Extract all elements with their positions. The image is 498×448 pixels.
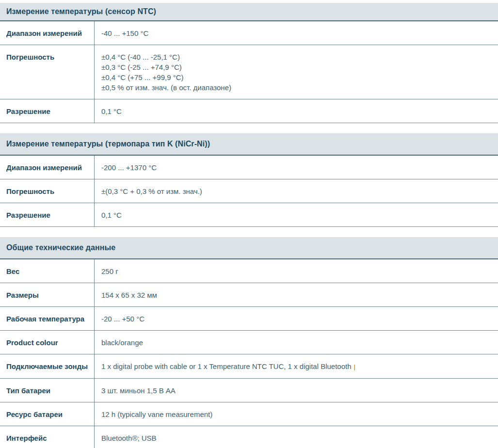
spec-row-battery-type: Тип батареи 3 шт. миньон 1,5 В АА (0, 379, 498, 402)
spec-value: 0,1 °C (94, 99, 498, 123)
spec-value-line: -20 ... +50 °C (101, 314, 492, 324)
spec-row-accuracy: Погрешность ±0,4 °C (-40 ... -25,1 °C) ±… (0, 45, 498, 99)
spec-tables: Измерение температуры (сенсор NTC) Диапа… (0, 0, 498, 448)
section-title: Измерение температуры (сенсор NTC) (6, 7, 156, 16)
spec-value: -40 ... +150 °C (94, 21, 498, 45)
spec-label: Вес (0, 259, 94, 283)
spec-value-line: 154 x 65 x 32 мм (101, 290, 492, 300)
spec-value: Bluetooth®; USB (94, 426, 498, 448)
spec-value-line: Bluetooth®; USB (101, 433, 492, 443)
spec-label: Погрешность (0, 45, 94, 99)
spec-value-line: 250 г (101, 266, 492, 276)
section-title: Измерение температуры (термопара тип K (… (6, 140, 210, 148)
spec-row-product-colour: Product colour black/orange (0, 331, 498, 354)
spec-row-measuring-range: Диапазон измерений -40 ... +150 °C (0, 21, 498, 45)
spec-section-thermocouple-k: Измерение температуры (термопара тип K (… (0, 133, 498, 227)
spec-value-line: -40 ... +150 °C (101, 28, 492, 38)
spec-row-dimensions: Размеры 154 x 65 x 32 мм (0, 283, 498, 307)
spec-value-line: ±(0,3 °C + 0,3 % от изм. знач.) (101, 186, 492, 196)
spec-row-resolution: Разрешение 0,1 °C (0, 99, 498, 123)
spec-label: Ресурс батареи (0, 402, 94, 426)
spec-row-interface: Интерфейс Bluetooth®; USB (0, 426, 498, 448)
spec-value: -200 ... +1370 °C (94, 156, 498, 179)
spec-value-text: 1 x digital probe with cable or 1 x Temp… (101, 362, 352, 370)
spec-value: ±0,4 °C (-40 ... -25,1 °C) ±0,3 °C (-25 … (94, 45, 498, 99)
spec-row-resolution: Разрешение 0,1 °C (0, 203, 498, 227)
spec-row-accuracy: Погрешность ±(0,3 °C + 0,3 % от изм. зна… (0, 179, 498, 203)
spec-label: Тип батареи (0, 379, 94, 402)
spec-row-battery-life: Ресурс батареи 12 h (typically vane meas… (0, 402, 498, 426)
spec-value: 12 h (typically vane measurement) (94, 402, 498, 426)
spec-value: 1 x digital probe with cable or 1 x Temp… (94, 354, 498, 378)
text-cursor-artifact: | (354, 363, 355, 370)
spec-label: Диапазон измерений (0, 156, 94, 179)
spec-label: Размеры (0, 283, 94, 306)
spec-label: Диапазон измерений (0, 21, 94, 45)
spec-row-operating-temperature: Рабочая температура -20 ... +50 °C (0, 307, 498, 331)
spec-value-line: 3 шт. миньон 1,5 В АА (101, 385, 492, 396)
section-header-general: Общие технические данные (0, 237, 498, 259)
spec-section-ntc: Измерение температуры (сенсор NTC) Диапа… (0, 3, 498, 123)
spec-value: 3 шт. миньон 1,5 В АА (94, 379, 498, 402)
spec-value: 250 г (94, 259, 498, 283)
spec-row-weight: Вес 250 г (0, 259, 498, 283)
spec-value: 154 x 65 x 32 мм (94, 283, 498, 306)
spec-value-line: 12 h (typically vane measurement) (101, 409, 492, 419)
spec-label: Product colour (0, 331, 94, 354)
spec-value: 0,1 °C (94, 203, 498, 226)
section-header-ntc: Измерение температуры (сенсор NTC) (0, 3, 498, 21)
section-title: Общие технические данные (6, 243, 115, 252)
spec-label: Интерфейс (0, 426, 94, 448)
spec-section-general: Общие технические данные Вес 250 г Разме… (0, 237, 498, 448)
spec-value-line: -200 ... +1370 °C (101, 162, 492, 173)
spec-label: Подключаемые зонды (0, 354, 94, 378)
spec-value-line: black/orange (101, 337, 492, 348)
spec-label: Разрешение (0, 99, 94, 123)
spec-value-line: 0,1 °C (101, 106, 492, 116)
spec-value-line: ±0,4 °C (+75 ... +99,9 °C) (101, 72, 492, 82)
spec-row-measuring-range: Диапазон измерений -200 ... +1370 °C (0, 156, 498, 179)
spec-value-line: ±0,5 % от изм. знач. (в ост. диапазоне) (101, 82, 492, 93)
spec-value-line: 1 x digital probe with cable or 1 x Temp… (101, 361, 492, 372)
spec-label: Разрешение (0, 203, 94, 226)
spec-value-line: ±0,4 °C (-40 ... -25,1 °C) (101, 52, 492, 62)
spec-label: Рабочая температура (0, 307, 94, 330)
spec-label: Погрешность (0, 179, 94, 203)
spec-row-connectable-probes: Подключаемые зонды 1 x digital probe wit… (0, 354, 498, 379)
section-header-thermocouple-k: Измерение температуры (термопара тип K (… (0, 133, 498, 156)
spec-value: ±(0,3 °C + 0,3 % от изм. знач.) (94, 179, 498, 203)
spec-value: black/orange (94, 331, 498, 354)
spec-value-line: 0,1 °C (101, 210, 492, 220)
spec-value: -20 ... +50 °C (94, 307, 498, 330)
spec-value-line: ±0,3 °C (-25 ... +74,9 °C) (101, 62, 492, 72)
